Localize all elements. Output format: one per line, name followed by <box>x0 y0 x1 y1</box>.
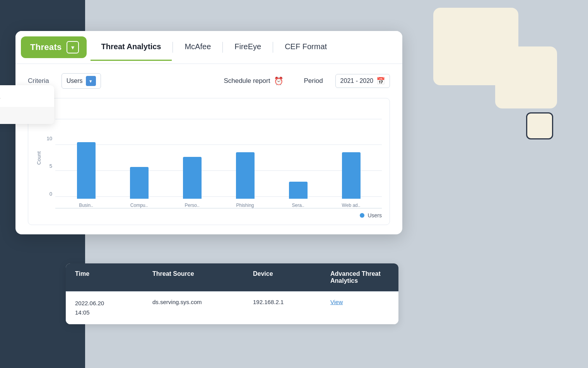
table-header-time: Time <box>75 270 152 284</box>
bar-phishing <box>236 152 255 199</box>
legend-label-users: Users <box>368 212 382 218</box>
tab-cef-format[interactable]: CEF Format <box>274 34 338 61</box>
criteria-select-arrow-icon: ▾ <box>86 76 96 86</box>
table-cell-view-link[interactable]: View <box>330 299 389 317</box>
threats-dropdown-button[interactable]: Threats ▾ <box>21 36 87 58</box>
bar-label-0: Busin.. <box>79 203 93 208</box>
content-area: Criteria Users ▾ Schedule report ⏰ Perio… <box>15 64 402 225</box>
legend-dot-users <box>360 213 364 218</box>
table-header: Time Threat Source Device Advanced Threa… <box>66 263 398 291</box>
threats-chevron-icon: ▾ <box>67 41 79 53</box>
y-label-0: 0 <box>50 191 52 197</box>
chart-legend: Users <box>36 212 382 218</box>
table-row: 2022.06.20 14:05 ds.serving.sys.com 192.… <box>66 291 398 324</box>
bar-sera <box>289 182 308 199</box>
criteria-select[interactable]: Users ▾ <box>62 73 101 89</box>
tab-fireeye[interactable]: FireEye <box>224 34 272 61</box>
bar-group-1: Compu.. <box>116 167 162 208</box>
period-label: Period <box>304 77 323 85</box>
bar-label-2: Perso.. <box>185 203 199 208</box>
criteria-select-value: Users <box>67 77 83 84</box>
bar-label-1: Compu.. <box>130 203 148 208</box>
bar-group-3: Phishing <box>222 152 268 208</box>
bar-compu <box>130 167 149 199</box>
threats-button-label: Threats <box>30 42 62 52</box>
period-value-text: 2021 - 2020 <box>340 77 373 84</box>
bar-webad <box>342 152 361 199</box>
table-card: Time Threat Source Device Advanced Threa… <box>66 263 398 324</box>
tab-threat-analytics[interactable]: Threat Analytics <box>91 34 172 61</box>
chart-inner: Busin..Compu..Perso..PhishingSera..Web a… <box>55 119 382 209</box>
tab-divider-1 <box>173 42 173 53</box>
x-axis-baseline <box>55 208 382 209</box>
tab-divider-2 <box>222 42 223 53</box>
bar-label-4: Sera.. <box>292 203 304 208</box>
table-cell-time: 2022.06.20 14:05 <box>75 299 152 317</box>
bar-group-0: Busin.. <box>63 142 109 208</box>
schedule-label: Schedule report <box>224 77 270 85</box>
calendar-icon: 📅 <box>376 77 385 85</box>
table-header-device: Device <box>253 270 330 284</box>
schedule-section: Schedule report ⏰ <box>224 76 284 86</box>
sidebar-dropdown: Threat Analytics External Threat <box>0 85 54 124</box>
nav-tabs: Threat Analytics McAfee FireEye CEF Form… <box>87 34 338 61</box>
table-cell-threat-source: ds.serving.sys.com <box>152 299 253 317</box>
bar-group-5: Web ad.. <box>328 152 374 208</box>
table-header-advanced: Advanced Threat Analytics <box>330 270 389 284</box>
bar-label-3: Phishing <box>236 203 254 208</box>
chart-container: Count 15 10 5 0 <box>28 98 390 225</box>
table-header-threat-source: Threat Source <box>152 270 253 284</box>
bar-label-5: Web ad.. <box>342 203 361 208</box>
tab-divider-3 <box>273 42 273 53</box>
bar-perso <box>183 157 202 199</box>
schedule-icon[interactable]: ⏰ <box>274 76 284 86</box>
y-label-5: 5 <box>50 163 52 169</box>
tab-mcafee[interactable]: McAfee <box>174 34 222 61</box>
period-selector[interactable]: 2021 - 2020 📅 <box>335 74 390 88</box>
criteria-label: Criteria <box>28 77 49 85</box>
table-cell-device: 192.168.2.1 <box>253 299 330 317</box>
bar-group-4: Sera.. <box>275 182 321 208</box>
y-label-10: 10 <box>47 136 52 141</box>
bar-group-2: Perso.. <box>169 157 215 208</box>
criteria-row: Criteria Users ▾ Schedule report ⏰ Perio… <box>28 73 390 89</box>
sidebar-dropdown-title: Threat Analytics <box>0 85 54 107</box>
bars-row: Busin..Compu..Perso..PhishingSera..Web a… <box>55 119 382 208</box>
deco-block-3 <box>526 112 553 139</box>
main-card: Threats ▾ Threat Analytics McAfee FireEy… <box>15 31 402 234</box>
deco-block-2 <box>495 46 557 108</box>
sidebar-item-external-threat[interactable]: External Threat <box>0 107 54 124</box>
nav-bar: Threats ▾ Threat Analytics McAfee FireEy… <box>15 31 402 64</box>
bar-busin <box>77 142 96 199</box>
chart-wrap: Count 15 10 5 0 <box>36 108 382 208</box>
